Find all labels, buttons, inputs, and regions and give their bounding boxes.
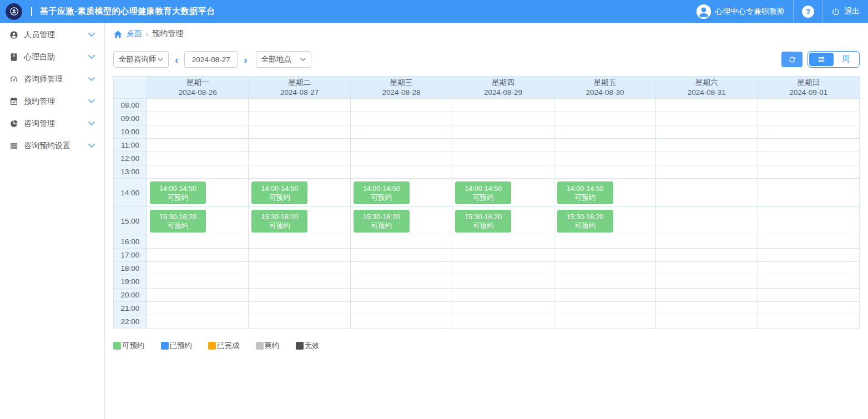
slot-time: 15:30-16:20 xyxy=(261,213,299,221)
calendar-cell xyxy=(351,99,452,112)
slot-block[interactable]: 15:30-16:20可预约 xyxy=(455,210,511,233)
calendar-cell xyxy=(249,302,350,315)
user-avatar-icon xyxy=(697,4,711,19)
slot-time: 14:00-14:50 xyxy=(363,184,400,193)
breadcrumb-home-link[interactable]: 桌面 xyxy=(127,29,142,39)
time-label: 11:00 xyxy=(114,139,147,152)
dashboard-icon xyxy=(9,75,18,84)
legend-label: 爽约 xyxy=(265,341,280,351)
time-label: 08:00 xyxy=(114,99,147,112)
calendar-cell xyxy=(554,99,656,112)
day-header: 星期四2024-08-29 xyxy=(452,77,554,99)
legend-label: 已预约 xyxy=(170,341,193,351)
location-filter-select[interactable]: 全部地点 xyxy=(256,51,311,68)
day-name: 星期三 xyxy=(390,78,413,88)
pie-chart-icon xyxy=(9,119,18,128)
calendar-cell xyxy=(249,289,350,302)
calendar-cell xyxy=(554,235,656,249)
slot-status: 可预约 xyxy=(168,221,189,230)
day-date: 2024-08-28 xyxy=(382,88,421,98)
calendar-cell xyxy=(656,207,758,235)
slot-block[interactable]: 15:30-16:20可预约 xyxy=(251,210,307,233)
swap-view-button[interactable] xyxy=(809,53,834,66)
date-input[interactable]: 2024-08-27 xyxy=(184,51,238,68)
sidebar-item-label: 人员管理 xyxy=(24,30,55,40)
legend-item-available: 可预约 xyxy=(113,341,145,351)
slot-block[interactable]: 14:00-14:50可预约 xyxy=(150,181,206,204)
view-toggle-group: 周 xyxy=(808,51,860,68)
calendar-cell xyxy=(656,165,758,179)
avatar xyxy=(697,4,711,19)
slot-block[interactable]: 14:00-14:50可预约 xyxy=(557,181,613,204)
calendar-cell xyxy=(452,275,554,289)
sidebar-item-label: 咨询管理 xyxy=(24,119,55,129)
time-label: 13:00 xyxy=(114,165,147,179)
week-view-button[interactable]: 周 xyxy=(834,53,858,66)
calendar-cell xyxy=(758,249,860,262)
calendar-cell xyxy=(452,152,554,165)
calendar-cell xyxy=(351,289,452,302)
slot-status: 可预约 xyxy=(574,193,596,202)
calendar-cell xyxy=(554,302,656,315)
time-label: 12:00 xyxy=(114,152,147,165)
slot-block[interactable]: 15:30-16:20可预约 xyxy=(354,210,410,233)
help-button[interactable]: ? xyxy=(793,0,822,23)
slot-block[interactable]: 14:00-14:50可预约 xyxy=(251,181,307,204)
prev-week-button[interactable]: ‹ xyxy=(175,54,178,65)
sidebar-item-self-help[interactable]: 心理自助 xyxy=(0,46,104,68)
slot-status: 可预约 xyxy=(473,221,494,230)
calendar-cell xyxy=(656,302,758,315)
refresh-button[interactable] xyxy=(781,52,803,67)
slot-time: 14:00-14:50 xyxy=(567,184,604,193)
sidebar-item-appointment-settings[interactable]: 咨询预约设置 xyxy=(0,135,104,157)
sidebar-item-personnel[interactable]: 人员管理 xyxy=(0,24,104,46)
slot-time: 14:00-14:50 xyxy=(465,184,502,193)
time-label: 10:00 xyxy=(114,125,147,139)
logout-button[interactable]: 退出 xyxy=(822,0,868,23)
sidebar-item-appointment-mgmt[interactable]: 预约管理 xyxy=(0,90,104,113)
user-menu[interactable]: 心理中心专兼职教师 xyxy=(688,0,793,23)
calendar-cell xyxy=(656,125,758,139)
location-filter-value: 全部地点 xyxy=(261,54,291,64)
sidebar-item-label: 预约管理 xyxy=(24,97,55,107)
sidebar-item-counselor-mgmt[interactable]: 咨询师管理 xyxy=(0,68,104,90)
toolbar: 全部咨询师 ‹ 2024-08-27 › 全部地点 xyxy=(113,51,860,68)
slot-time: 15:30-16:20 xyxy=(363,213,400,221)
counselor-filter-select[interactable]: 全部咨询师 xyxy=(113,51,169,68)
time-label: 14:00 xyxy=(114,179,147,207)
breadcrumb-current: 预约管理 xyxy=(152,29,183,39)
next-week-button[interactable]: › xyxy=(244,54,247,65)
slot-block[interactable]: 14:00-14:50可预约 xyxy=(455,181,511,204)
calendar-cell xyxy=(249,99,350,112)
legend-label: 可预约 xyxy=(122,341,145,351)
calendar-cell xyxy=(147,112,249,125)
legend-swatch xyxy=(256,342,264,350)
calendar-cell: 14:00-14:50可预约 xyxy=(351,179,452,207)
slot-block[interactable]: 15:30-16:20可预约 xyxy=(150,210,206,233)
swap-view-icon xyxy=(816,55,826,64)
calendar-cell xyxy=(351,262,452,275)
sidebar-item-label: 咨询师管理 xyxy=(24,74,63,84)
page-title: 基于应激-素质模型的心理健康教育大数据平台 xyxy=(40,6,215,17)
day-name: 星期六 xyxy=(695,78,718,88)
calendar-cell xyxy=(758,125,860,139)
legend-swatch xyxy=(208,342,216,350)
calendar-cell xyxy=(249,125,350,139)
logout-label: 退出 xyxy=(844,7,860,17)
calendar-cell xyxy=(452,112,554,125)
time-label: 16:00 xyxy=(114,235,147,249)
time-label: 20:00 xyxy=(114,289,147,302)
calendar-cell xyxy=(147,249,249,262)
time-label: 22:00 xyxy=(114,315,147,329)
toolbar-right: 周 xyxy=(781,51,860,68)
sidebar-item-consult-mgmt[interactable]: 咨询管理 xyxy=(0,113,104,135)
calendar-cell xyxy=(758,139,860,152)
status-legend: 可预约已预约已完成爽约无效 xyxy=(113,341,860,351)
slot-block[interactable]: 14:00-14:50可预约 xyxy=(354,181,410,204)
slot-status: 可预约 xyxy=(473,193,494,202)
home-icon[interactable] xyxy=(113,29,123,39)
calendar-cell xyxy=(249,249,350,262)
legend-item-invalid: 无效 xyxy=(296,341,320,351)
calendar-cell xyxy=(554,139,656,152)
slot-block[interactable]: 15:30-16:20可预约 xyxy=(557,210,613,233)
